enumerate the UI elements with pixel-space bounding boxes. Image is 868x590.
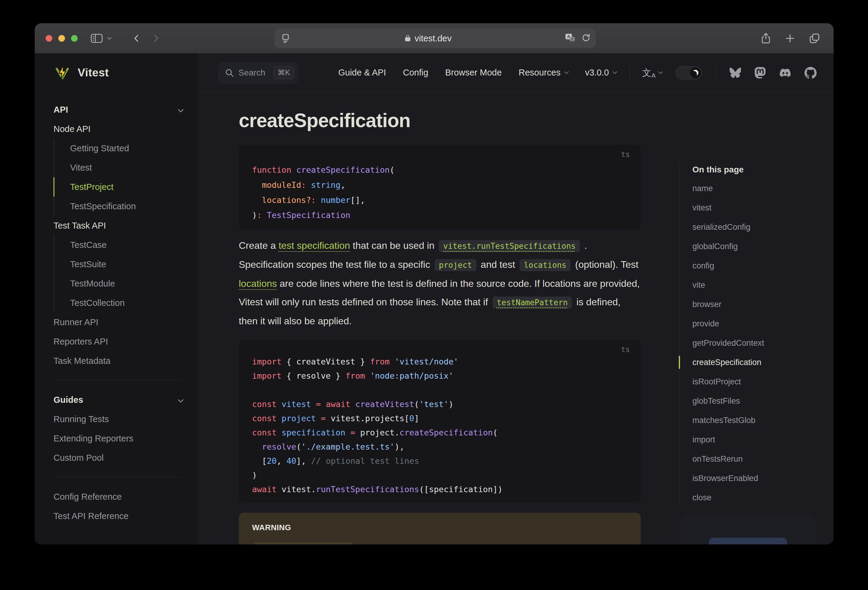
sidebar-group-guides[interactable]: Guides (53, 390, 185, 409)
outline-item-serializedconfig[interactable]: serializedConfig (692, 218, 818, 237)
search-button[interactable]: Search ⌘K (218, 62, 298, 84)
reader-view-icon[interactable] (280, 33, 291, 44)
sidebar-item-testproject[interactable]: TestProject (53, 177, 185, 197)
sidebar-item-reporters-api[interactable]: Reporters API (53, 332, 185, 351)
sidebar-item-config-reference[interactable]: Config Reference (53, 487, 185, 506)
sidebar-item-test-api-reference[interactable]: Test API Reference (53, 506, 185, 526)
code-lang-badge: ts (621, 150, 630, 159)
sidebar-chevron-icon[interactable] (106, 35, 113, 42)
sidebar-item-testcollection[interactable]: TestCollection (53, 293, 185, 312)
close-window-button[interactable] (46, 35, 52, 42)
code-token: 0 (409, 413, 414, 423)
outline-item-provide[interactable]: provide (692, 314, 818, 333)
vitest-logo-icon (53, 64, 71, 81)
sidebar-item-custom-pool[interactable]: Custom Pool (53, 448, 185, 468)
browser-sidebar-toggle-icon[interactable] (90, 33, 103, 44)
outline-list: namevitestserializedConfigglobalConfigco… (692, 179, 818, 507)
code-token: project (282, 413, 316, 423)
inline-code: project (435, 259, 476, 271)
browser-toolbar: vitest.dev A 文 (35, 23, 834, 53)
code-token (390, 357, 394, 366)
address-bar[interactable]: vitest.dev A 文 (275, 29, 596, 48)
outline-item-globalconfig[interactable]: globalConfig (692, 237, 818, 256)
text-link[interactable]: module ID (427, 543, 468, 544)
code-token (276, 413, 281, 423)
translate-language-icon: 文A (642, 68, 655, 77)
code-token (316, 195, 321, 205)
sidebar-item-testmodule[interactable]: TestModule (53, 274, 185, 293)
zoom-window-button[interactable] (71, 35, 78, 42)
nav-link-resources[interactable]: Resources (519, 68, 568, 78)
text-link[interactable]: locations (239, 278, 277, 289)
back-button[interactable] (131, 33, 142, 44)
text-link[interactable]: test specification (279, 240, 350, 251)
code-token: : (301, 180, 306, 190)
sidebar-item-vitest[interactable]: Vitest (53, 158, 185, 177)
code-token: ) (252, 210, 257, 220)
sidebar-item-task-metadata[interactable]: Task Metadata (53, 351, 185, 371)
sidebar-item-running-tests[interactable]: Running Tests (53, 409, 185, 429)
warning-callout: WARNING createSpecification expects reso… (239, 513, 641, 544)
code-token: ( (414, 399, 419, 409)
inline-code-link[interactable]: testNamePattern (493, 297, 572, 309)
translate-icon[interactable]: A 文 (564, 32, 576, 44)
sidebar-item-testspecification[interactable]: TestSpecification (53, 197, 185, 216)
theme-toggle[interactable] (676, 66, 702, 79)
nav-link-browser-mode[interactable]: Browser Mode (445, 68, 502, 78)
tab-overview-icon[interactable] (809, 32, 820, 44)
outline-item-ontestsrerun[interactable]: onTestsRerun (692, 449, 818, 469)
forward-button[interactable] (151, 33, 161, 44)
outline-item-browser[interactable]: browser (692, 295, 818, 314)
code-token (345, 428, 350, 437)
outline-item-close[interactable]: close (692, 488, 818, 507)
code-lang-badge: ts (621, 346, 630, 354)
github-icon[interactable] (805, 67, 816, 79)
outline-item-matchestestglob[interactable]: matchesTestGlob (692, 410, 818, 430)
outline-item-name[interactable]: name (692, 179, 818, 198)
outline-item-vite[interactable]: vite (692, 275, 818, 295)
code-token: = (316, 399, 321, 409)
nav-link-v3-0-0[interactable]: v3.0.0 (585, 68, 617, 78)
code-token: [], (350, 195, 365, 205)
inline-code-link[interactable]: vitest.runTestSpecifications (439, 240, 580, 252)
outline-item-isrootproject[interactable]: isRootProject (692, 372, 818, 391)
sponsor-illustration: </> (709, 538, 787, 544)
bluesky-icon[interactable] (729, 67, 742, 78)
outline-item-getprovidedcontext[interactable]: getProvidedContext (692, 333, 818, 353)
sidebar-item-extending-reporters[interactable]: Extending Reporters (53, 429, 185, 448)
sidebar-item-node-api[interactable]: Node API (53, 119, 185, 138)
code-token: createSpecification (296, 165, 390, 175)
mastodon-icon[interactable] (754, 67, 766, 79)
outline-item-globtestfiles[interactable]: globTestFiles (692, 391, 818, 410)
outline-item-isbrowserenabled[interactable]: isBrowserEnabled (692, 469, 818, 488)
code-token: const (252, 399, 276, 409)
code-token: string (311, 180, 341, 190)
sidebar-group-api[interactable]: API (53, 100, 185, 119)
language-menu[interactable]: 文A (642, 68, 662, 77)
code-token: ( (296, 442, 301, 452)
code-token: const (252, 428, 276, 437)
sidebar-item-test-task-api[interactable]: Test Task API (53, 216, 185, 235)
nav-link-guide-api[interactable]: Guide & API (338, 68, 386, 78)
sidebar-item-testcase[interactable]: TestCase (53, 235, 185, 255)
code-token (350, 399, 355, 409)
sidebar-item-getting-started[interactable]: Getting Started (53, 138, 185, 158)
minimize-window-button[interactable] (58, 35, 65, 42)
new-tab-icon[interactable] (785, 33, 796, 44)
code-token: project. (355, 428, 399, 437)
outline-item-import[interactable]: import (692, 430, 818, 449)
share-icon[interactable] (760, 32, 771, 44)
code-token (252, 195, 262, 205)
nav-link-config[interactable]: Config (403, 68, 428, 78)
sidebar-item-testsuite[interactable]: TestSuite (53, 255, 185, 274)
sponsor-card[interactable]: </> (681, 515, 815, 544)
code-token: : (257, 210, 262, 220)
outline-item-createspecification[interactable]: createSpecification (692, 353, 818, 372)
sidebar-item-runner-api[interactable]: Runner API (53, 312, 185, 332)
logo[interactable]: Vitest (35, 53, 198, 92)
outline-item-vitest[interactable]: vitest (692, 198, 818, 218)
outline-item-config[interactable]: config (692, 256, 818, 275)
discord-icon[interactable] (778, 67, 792, 78)
code-token: './example.test.ts' (301, 442, 395, 452)
reload-icon[interactable] (581, 33, 591, 44)
